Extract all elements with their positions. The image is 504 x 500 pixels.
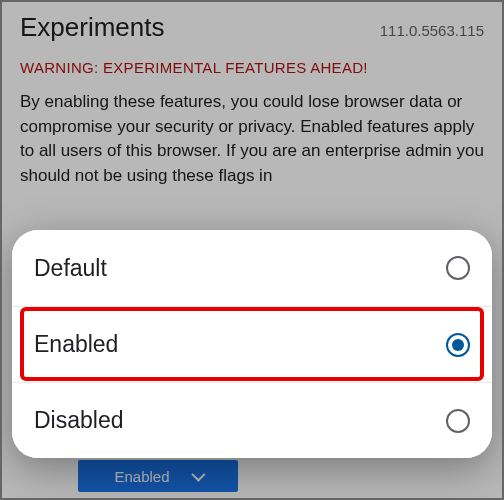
options-sheet: Default Enabled Disabled bbox=[12, 230, 492, 458]
radio-checked-icon bbox=[446, 333, 470, 357]
option-label: Enabled bbox=[34, 331, 118, 358]
radio-unchecked-icon bbox=[446, 409, 470, 433]
option-enabled[interactable]: Enabled bbox=[12, 306, 492, 382]
option-label: Disabled bbox=[34, 407, 124, 434]
radio-unchecked-icon bbox=[446, 256, 470, 280]
option-default[interactable]: Default bbox=[12, 230, 492, 306]
option-disabled[interactable]: Disabled bbox=[12, 382, 492, 458]
option-label: Default bbox=[34, 255, 107, 282]
